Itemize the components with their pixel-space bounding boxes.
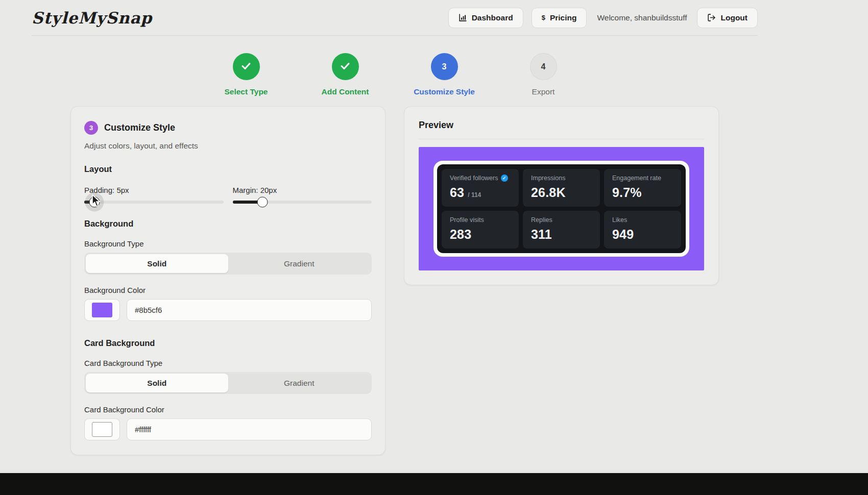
margin-slider[interactable] [233, 201, 372, 204]
stat-value: 26.8K [531, 185, 566, 200]
main-content: 3 Customize Style Adjust colors, layout,… [70, 106, 719, 455]
card-background-color-label: Card Background Color [84, 405, 372, 414]
step-2-circle [332, 53, 359, 80]
background-type-toggle: Solid Gradient [84, 253, 372, 275]
stat-label-text: Likes [612, 216, 627, 224]
background-color-picker[interactable] [84, 299, 120, 321]
step-select-type[interactable]: Select Type [215, 53, 277, 96]
stat-tile: Impressions26.8K [523, 169, 600, 207]
stat-label-text: Engagement rate [612, 175, 661, 182]
card-background-color-input[interactable] [127, 418, 372, 440]
step-export[interactable]: 4 Export [513, 53, 574, 96]
pricing-button-label: Pricing [550, 13, 577, 22]
background-color-swatch [92, 303, 112, 317]
layout-heading: Layout [84, 164, 372, 174]
stat-value-row: 9.7% [612, 185, 673, 200]
stat-tile: Replies311 [523, 211, 600, 249]
stat-label-text: Replies [531, 216, 552, 224]
step-indicator: Select Type Add Content 3 Customize Styl… [70, 53, 719, 96]
card-background-type-label: Card Background Type [84, 359, 372, 367]
margin-slider-thumb[interactable] [257, 197, 268, 208]
preview-panel: Preview Verified followers✓63/ 114Impres… [404, 106, 719, 285]
stat-label: Replies [531, 216, 592, 224]
stat-value: 311 [531, 227, 552, 242]
stat-label-text: Verified followers [450, 175, 498, 182]
step-3-label: Customize Style [414, 87, 475, 96]
dashboard-button[interactable]: Dashboard [448, 8, 523, 28]
stat-label: Profile visits [450, 216, 511, 224]
stat-label: Verified followers✓ [450, 175, 511, 182]
padding-slider-thumb[interactable] [89, 197, 100, 208]
stat-label-text: Impressions [531, 175, 565, 182]
stats-grid: Verified followers✓63/ 114Impressions26.… [442, 169, 681, 249]
verified-badge-icon: ✓ [501, 175, 508, 182]
padding-label: Padding: 5px [84, 186, 224, 194]
stat-value: 283 [450, 227, 471, 242]
stat-value-row: 949 [612, 227, 673, 242]
nav-actions: Dashboard $ Pricing Welcome, shanbuildss… [448, 8, 758, 28]
logout-button-label: Logout [720, 13, 748, 22]
pricing-button[interactable]: $ Pricing [532, 8, 587, 28]
card-background-type-gradient[interactable]: Gradient [228, 374, 371, 392]
card-background-heading: Card Background [84, 338, 372, 348]
stat-value: 949 [612, 227, 634, 242]
background-heading: Background [84, 219, 372, 229]
preview-divider [419, 139, 704, 139]
dollar-icon: $ [542, 14, 545, 21]
margin-slider-group: Margin: 20px [233, 186, 372, 204]
welcome-text: Welcome, shanbuildsstuff [595, 13, 689, 22]
card-background-type-solid[interactable]: Solid [86, 374, 228, 392]
stat-label: Likes [612, 216, 673, 224]
background-type-solid[interactable]: Solid [86, 254, 228, 273]
step-add-content[interactable]: Add Content [315, 53, 376, 96]
stat-label: Impressions [531, 175, 592, 182]
stat-tile: Engagement rate9.7% [604, 169, 681, 207]
step-4-label: Export [532, 87, 555, 96]
app-logo: StyleMySnap [32, 9, 152, 27]
stat-tile: Likes949 [604, 211, 681, 249]
customize-subtitle: Adjust colors, layout, and effects [84, 141, 372, 151]
card-background-color-swatch [92, 422, 112, 437]
bottom-black-bar [0, 473, 868, 495]
preview-stats-card: Verified followers✓63/ 114Impressions26.… [437, 164, 686, 253]
customize-title: Customize Style [104, 122, 175, 133]
app-root: StyleMySnap Dashboard $ Pricing Welcome,… [0, 0, 789, 495]
layout-sliders: Padding: 5px Margin: 20px [84, 186, 372, 204]
stat-value: 63 [450, 185, 464, 200]
stat-value-row: 283 [450, 227, 511, 242]
preview-canvas: Verified followers✓63/ 114Impressions26.… [419, 147, 704, 270]
padding-slider[interactable] [84, 201, 224, 204]
stat-tile: Verified followers✓63/ 114 [442, 169, 519, 207]
stat-label-text: Profile visits [450, 216, 484, 224]
preview-title: Preview [419, 120, 704, 131]
padding-slider-group: Padding: 5px [84, 186, 224, 204]
step-1-circle [233, 53, 260, 80]
background-type-gradient[interactable]: Gradient [228, 254, 371, 273]
step-customize-style[interactable]: 3 Customize Style [414, 53, 475, 96]
preview-card-frame: Verified followers✓63/ 114Impressions26.… [433, 161, 689, 257]
stat-value-row: 26.8K [531, 185, 592, 200]
step-4-circle: 4 [530, 53, 557, 80]
stat-value-row: 63/ 114 [450, 185, 511, 200]
card-background-type-toggle: Solid Gradient [84, 372, 372, 394]
stat-value: 9.7% [612, 185, 642, 200]
card-background-color-row [84, 418, 372, 440]
check-icon [339, 60, 351, 74]
card-background-color-picker[interactable] [84, 418, 120, 440]
background-color-input[interactable] [127, 299, 372, 321]
stat-label: Engagement rate [612, 175, 673, 182]
customize-header: 3 Customize Style [84, 121, 372, 135]
stat-tile: Profile visits283 [442, 211, 519, 249]
step-2-label: Add Content [322, 87, 369, 96]
dashboard-button-label: Dashboard [472, 13, 513, 22]
logout-button[interactable]: Logout [697, 8, 758, 28]
background-color-row [84, 299, 372, 321]
stat-value-row: 311 [531, 227, 592, 242]
top-nav: StyleMySnap Dashboard $ Pricing Welcome,… [32, 0, 758, 36]
margin-label: Margin: 20px [233, 186, 372, 194]
customize-style-panel: 3 Customize Style Adjust colors, layout,… [70, 106, 385, 455]
background-type-label: Background Type [84, 239, 372, 248]
background-color-label: Background Color [84, 286, 372, 294]
step-3-badge: 3 [84, 121, 98, 135]
check-icon [240, 60, 252, 74]
